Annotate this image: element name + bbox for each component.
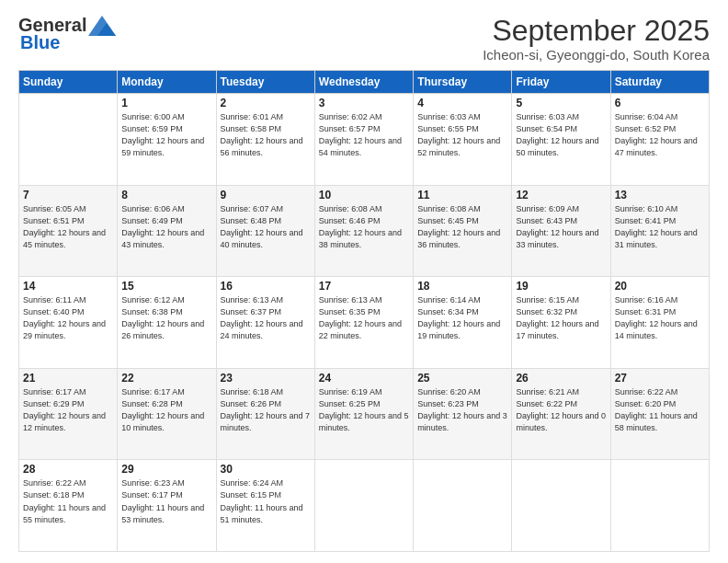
- table-row: 16Sunrise: 6:13 AMSunset: 6:37 PMDayligh…: [216, 277, 314, 369]
- logo-icon: [88, 16, 116, 36]
- calendar-week-row: 1Sunrise: 6:00 AMSunset: 6:59 PMDaylight…: [19, 94, 710, 186]
- table-row: 21Sunrise: 6:17 AMSunset: 6:29 PMDayligh…: [19, 368, 118, 460]
- day-detail: Sunrise: 6:16 AMSunset: 6:31 PMDaylight:…: [615, 294, 705, 342]
- day-detail: Sunrise: 6:19 AMSunset: 6:25 PMDaylight:…: [319, 386, 409, 434]
- calendar-week-row: 7Sunrise: 6:05 AMSunset: 6:51 PMDaylight…: [19, 185, 710, 277]
- day-number: 15: [121, 280, 211, 293]
- day-number: 27: [615, 372, 705, 385]
- day-number: 16: [221, 280, 311, 293]
- day-detail: Sunrise: 6:20 AMSunset: 6:23 PMDaylight:…: [417, 386, 507, 434]
- col-saturday: Saturday: [610, 71, 709, 94]
- day-number: 5: [516, 97, 606, 109]
- table-row: 27Sunrise: 6:22 AMSunset: 6:20 PMDayligh…: [610, 368, 709, 460]
- table-row: 1Sunrise: 6:00 AMSunset: 6:59 PMDaylight…: [118, 94, 216, 186]
- title-block: September 2025 Icheon-si, Gyeonggi-do, S…: [483, 15, 710, 63]
- table-row: [414, 460, 512, 552]
- table-row: 23Sunrise: 6:18 AMSunset: 6:26 PMDayligh…: [216, 368, 314, 460]
- col-tuesday: Tuesday: [216, 71, 314, 94]
- day-detail: Sunrise: 6:13 AMSunset: 6:35 PMDaylight:…: [319, 294, 409, 342]
- table-row: 11Sunrise: 6:08 AMSunset: 6:45 PMDayligh…: [414, 185, 512, 277]
- table-row: 30Sunrise: 6:24 AMSunset: 6:15 PMDayligh…: [216, 460, 314, 552]
- day-number: 2: [221, 97, 311, 109]
- table-row: 2Sunrise: 6:01 AMSunset: 6:58 PMDaylight…: [216, 94, 314, 186]
- day-number: 7: [23, 189, 113, 201]
- table-row: [314, 460, 413, 552]
- table-row: 29Sunrise: 6:23 AMSunset: 6:17 PMDayligh…: [118, 460, 216, 552]
- day-detail: Sunrise: 6:09 AMSunset: 6:43 PMDaylight:…: [516, 203, 606, 251]
- calendar-header-row: Sunday Monday Tuesday Wednesday Thursday…: [19, 71, 710, 94]
- day-number: 30: [221, 463, 311, 476]
- table-row: 20Sunrise: 6:16 AMSunset: 6:31 PMDayligh…: [610, 277, 709, 369]
- logo: General Blue: [18, 15, 116, 53]
- table-row: 8Sunrise: 6:06 AMSunset: 6:49 PMDaylight…: [118, 185, 216, 277]
- day-number: 28: [23, 463, 113, 476]
- day-number: 13: [615, 189, 705, 201]
- table-row: 15Sunrise: 6:12 AMSunset: 6:38 PMDayligh…: [118, 277, 216, 369]
- col-thursday: Thursday: [414, 71, 512, 94]
- day-detail: Sunrise: 6:17 AMSunset: 6:29 PMDaylight:…: [23, 386, 113, 434]
- day-detail: Sunrise: 6:14 AMSunset: 6:34 PMDaylight:…: [417, 294, 507, 342]
- col-monday: Monday: [118, 71, 216, 94]
- table-row: 3Sunrise: 6:02 AMSunset: 6:57 PMDaylight…: [314, 94, 413, 186]
- day-detail: Sunrise: 6:24 AMSunset: 6:15 PMDaylight:…: [221, 477, 311, 525]
- day-detail: Sunrise: 6:05 AMSunset: 6:51 PMDaylight:…: [23, 203, 113, 251]
- table-row: 4Sunrise: 6:03 AMSunset: 6:55 PMDaylight…: [414, 94, 512, 186]
- table-row: [512, 460, 610, 552]
- day-number: 26: [516, 372, 606, 385]
- table-row: [610, 460, 709, 552]
- day-number: 21: [23, 372, 113, 385]
- calendar-table: Sunday Monday Tuesday Wednesday Thursday…: [18, 70, 710, 552]
- day-detail: Sunrise: 6:18 AMSunset: 6:26 PMDaylight:…: [221, 386, 311, 434]
- day-number: 20: [615, 280, 705, 293]
- table-row: 18Sunrise: 6:14 AMSunset: 6:34 PMDayligh…: [414, 277, 512, 369]
- table-row: 5Sunrise: 6:03 AMSunset: 6:54 PMDaylight…: [512, 94, 610, 186]
- day-detail: Sunrise: 6:03 AMSunset: 6:55 PMDaylight:…: [417, 111, 507, 159]
- table-row: 17Sunrise: 6:13 AMSunset: 6:35 PMDayligh…: [314, 277, 413, 369]
- day-detail: Sunrise: 6:23 AMSunset: 6:17 PMDaylight:…: [121, 477, 211, 525]
- table-row: 22Sunrise: 6:17 AMSunset: 6:28 PMDayligh…: [118, 368, 216, 460]
- table-row: 25Sunrise: 6:20 AMSunset: 6:23 PMDayligh…: [414, 368, 512, 460]
- logo-blue: Blue: [20, 32, 60, 53]
- table-row: 19Sunrise: 6:15 AMSunset: 6:32 PMDayligh…: [512, 277, 610, 369]
- col-sunday: Sunday: [19, 71, 118, 94]
- day-detail: Sunrise: 6:08 AMSunset: 6:45 PMDaylight:…: [417, 203, 507, 251]
- table-row: 10Sunrise: 6:08 AMSunset: 6:46 PMDayligh…: [314, 185, 413, 277]
- day-detail: Sunrise: 6:22 AMSunset: 6:18 PMDaylight:…: [23, 477, 113, 525]
- day-detail: Sunrise: 6:11 AMSunset: 6:40 PMDaylight:…: [23, 294, 113, 342]
- day-detail: Sunrise: 6:01 AMSunset: 6:58 PMDaylight:…: [221, 111, 311, 159]
- table-row: 13Sunrise: 6:10 AMSunset: 6:41 PMDayligh…: [610, 185, 709, 277]
- day-number: 23: [221, 372, 311, 385]
- day-detail: Sunrise: 6:22 AMSunset: 6:20 PMDaylight:…: [615, 386, 705, 434]
- table-row: 12Sunrise: 6:09 AMSunset: 6:43 PMDayligh…: [512, 185, 610, 277]
- day-number: 18: [417, 280, 507, 293]
- day-detail: Sunrise: 6:08 AMSunset: 6:46 PMDaylight:…: [319, 203, 409, 251]
- day-detail: Sunrise: 6:04 AMSunset: 6:52 PMDaylight:…: [615, 111, 705, 159]
- day-number: 12: [516, 189, 606, 201]
- table-row: 14Sunrise: 6:11 AMSunset: 6:40 PMDayligh…: [19, 277, 118, 369]
- day-detail: Sunrise: 6:00 AMSunset: 6:59 PMDaylight:…: [121, 111, 211, 159]
- day-number: 9: [221, 189, 311, 201]
- table-row: 9Sunrise: 6:07 AMSunset: 6:48 PMDaylight…: [216, 185, 314, 277]
- day-detail: Sunrise: 6:10 AMSunset: 6:41 PMDaylight:…: [615, 203, 705, 251]
- day-detail: Sunrise: 6:07 AMSunset: 6:48 PMDaylight:…: [221, 203, 311, 251]
- day-number: 10: [319, 189, 409, 201]
- day-detail: Sunrise: 6:12 AMSunset: 6:38 PMDaylight:…: [121, 294, 211, 342]
- day-detail: Sunrise: 6:15 AMSunset: 6:32 PMDaylight:…: [516, 294, 606, 342]
- day-detail: Sunrise: 6:02 AMSunset: 6:57 PMDaylight:…: [319, 111, 409, 159]
- table-row: 26Sunrise: 6:21 AMSunset: 6:22 PMDayligh…: [512, 368, 610, 460]
- day-detail: Sunrise: 6:06 AMSunset: 6:49 PMDaylight:…: [121, 203, 211, 251]
- day-detail: Sunrise: 6:13 AMSunset: 6:37 PMDaylight:…: [221, 294, 311, 342]
- day-number: 1: [121, 97, 211, 109]
- location: Icheon-si, Gyeonggi-do, South Korea: [483, 47, 710, 63]
- day-number: 8: [121, 189, 211, 201]
- day-number: 25: [417, 372, 507, 385]
- header: General Blue September 2025 Icheon-si, G…: [18, 15, 710, 63]
- page: General Blue September 2025 Icheon-si, G…: [0, 0, 728, 563]
- col-friday: Friday: [512, 71, 610, 94]
- day-number: 11: [417, 189, 507, 201]
- day-detail: Sunrise: 6:21 AMSunset: 6:22 PMDaylight:…: [516, 386, 606, 434]
- day-number: 29: [121, 463, 211, 476]
- day-number: 19: [516, 280, 606, 293]
- day-number: 24: [319, 372, 409, 385]
- calendar-week-row: 28Sunrise: 6:22 AMSunset: 6:18 PMDayligh…: [19, 460, 710, 552]
